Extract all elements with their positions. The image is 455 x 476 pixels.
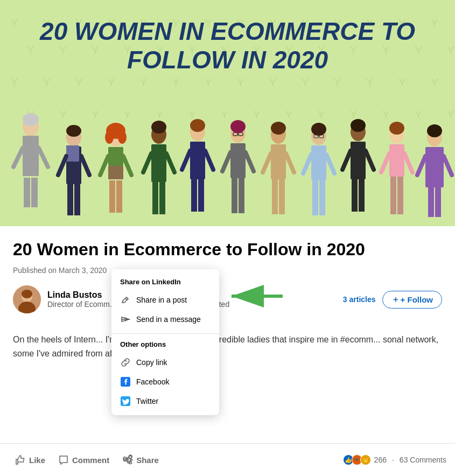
- svg-line-142: [444, 156, 452, 175]
- svg-rect-140: [435, 187, 441, 217]
- svg-text:Y: Y: [205, 76, 212, 88]
- share-button[interactable]: Share: [116, 450, 165, 470]
- svg-rect-74: [108, 166, 123, 179]
- facebook-label: Facebook: [136, 377, 169, 386]
- publish-date: Published on March 3, 2020: [13, 266, 442, 275]
- svg-point-95: [190, 119, 205, 132]
- svg-rect-116: [319, 180, 325, 215]
- svg-rect-58: [24, 178, 30, 207]
- svg-point-155: [129, 456, 132, 459]
- svg-line-127: [342, 151, 351, 170]
- hero-figures: [0, 102, 455, 226]
- svg-rect-125: [352, 179, 358, 212]
- popup-section2-title: Other options: [111, 338, 219, 353]
- svg-rect-131: [389, 144, 404, 177]
- svg-rect-109: [279, 179, 285, 214]
- svg-line-60: [13, 148, 23, 167]
- svg-point-81: [118, 131, 127, 144]
- svg-point-112: [271, 122, 286, 135]
- article-title: 20 Women in Ecommerce to Follow in 2020: [13, 239, 442, 260]
- dot-separator: ·: [392, 456, 394, 464]
- svg-point-122: [311, 123, 326, 136]
- like-button[interactable]: Like: [9, 450, 52, 470]
- svg-text:Y: Y: [140, 76, 147, 88]
- like-label: Like: [29, 456, 45, 465]
- follow-label: + Follow: [401, 295, 433, 304]
- arrow-indicator: [223, 280, 288, 314]
- copy-link-icon: [120, 357, 131, 368]
- comment-button[interactable]: Comment: [52, 450, 116, 470]
- author-avatar: [13, 285, 41, 313]
- svg-text:Y: Y: [366, 76, 373, 88]
- twitter-item[interactable]: Twitter: [111, 391, 219, 411]
- svg-rect-90: [190, 142, 205, 179]
- figures-svg: [0, 102, 455, 226]
- svg-point-129: [351, 119, 366, 132]
- reactions-count: 266: [374, 456, 387, 464]
- facebook-item[interactable]: Facebook: [111, 372, 219, 391]
- svg-text:Y: Y: [75, 76, 82, 88]
- svg-text:Y: Y: [172, 76, 179, 88]
- reaction-celebrate-icon: 👏: [360, 454, 371, 465]
- svg-text:Y: Y: [108, 76, 115, 88]
- svg-rect-84: [152, 182, 158, 214]
- svg-rect-66: [73, 145, 79, 162]
- svg-line-149: [125, 298, 127, 300]
- svg-point-62: [23, 113, 39, 126]
- comment-label: Comment: [72, 456, 109, 465]
- svg-line-77: [100, 156, 108, 175]
- follow-button[interactable]: ＋ + Follow: [382, 291, 442, 309]
- svg-line-118: [326, 155, 334, 173]
- svg-rect-83: [151, 144, 166, 182]
- twitter-label: Twitter: [136, 397, 158, 405]
- svg-rect-138: [425, 147, 444, 187]
- svg-rect-76: [116, 180, 122, 213]
- author-actions: 3 articles ＋ + Follow: [343, 291, 442, 309]
- svg-line-117: [303, 155, 311, 173]
- hero-title-line1: 20 WOMEN IN ECOMMERCE TO: [0, 17, 455, 46]
- share-post-icon: [120, 295, 131, 305]
- svg-text:Y: Y: [398, 76, 405, 88]
- svg-line-70: [81, 156, 89, 175]
- svg-line-134: [381, 153, 389, 172]
- svg-rect-133: [397, 177, 403, 214]
- twitter-icon: [120, 396, 131, 407]
- svg-rect-97: [230, 143, 246, 178]
- svg-rect-59: [31, 178, 38, 207]
- facebook-icon: [120, 376, 131, 387]
- svg-point-148: [22, 290, 32, 298]
- send-message-label: Send in a message: [136, 315, 201, 324]
- svg-rect-91: [191, 179, 197, 212]
- svg-rect-75: [109, 180, 115, 213]
- share-icon: [122, 454, 133, 465]
- share-popup: Share on LinkedIn Share in a post Send i…: [111, 269, 219, 415]
- svg-line-128: [366, 151, 374, 170]
- svg-line-111: [286, 153, 294, 172]
- comments-count[interactable]: 63 Comments: [400, 456, 446, 464]
- svg-rect-73: [108, 147, 123, 166]
- svg-text:Y: Y: [43, 76, 50, 88]
- reactions-area: 👍 ❤ 👏 266 · 63 Comments: [343, 454, 446, 465]
- svg-rect-124: [351, 142, 366, 179]
- send-message-item[interactable]: Send in a message: [111, 310, 219, 329]
- svg-rect-68: [74, 184, 80, 215]
- share-in-post-label: Share in a post: [136, 296, 187, 304]
- svg-text:Y: Y: [302, 76, 309, 88]
- svg-line-87: [166, 153, 174, 172]
- svg-text:Y: Y: [431, 76, 438, 88]
- svg-rect-98: [232, 178, 237, 213]
- articles-count-link[interactable]: 3 articles: [343, 295, 376, 304]
- share-label: Share: [136, 456, 159, 465]
- hero-title-block: 20 WOMEN IN ECOMMERCE TO FOLLOW IN 2020: [0, 17, 455, 74]
- svg-point-71: [66, 125, 81, 137]
- share-in-post-item[interactable]: Share in a post: [111, 290, 219, 310]
- svg-text:Y: Y: [334, 76, 341, 88]
- reaction-icons: 👍 ❤ 👏: [343, 454, 371, 465]
- copy-link-item[interactable]: Copy link: [111, 353, 219, 372]
- svg-text:Y: Y: [269, 76, 276, 88]
- svg-point-80: [105, 131, 114, 144]
- svg-line-93: [182, 151, 190, 170]
- article-body: On the heels of Intern... I'm excited to…: [13, 333, 442, 360]
- svg-rect-139: [428, 187, 434, 217]
- svg-rect-107: [271, 144, 286, 179]
